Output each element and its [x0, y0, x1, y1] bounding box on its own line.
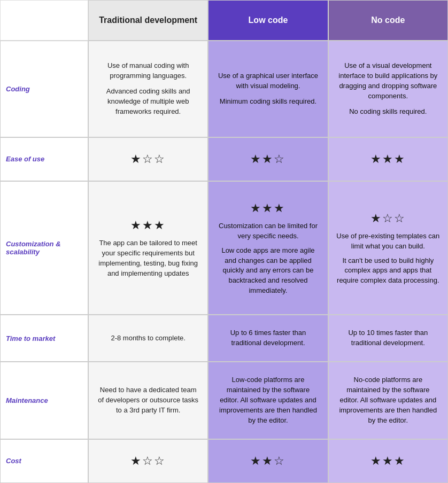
cell-coding-nocode: Use of a visual development interface to…: [328, 41, 448, 137]
cell-custom-nocode: ★☆☆ Use of pre-existing templates can li…: [328, 181, 448, 315]
row-label-coding: Coding: [0, 41, 88, 137]
custom-no-text2: It can't be used to build highly complex…: [336, 256, 440, 286]
stars-easeofuse-traditional: ★☆☆: [130, 151, 166, 168]
stars-custom-lowcode: ★★★: [250, 200, 285, 217]
maint-low-text: Low-code platforms are maintained by the…: [216, 375, 320, 425]
cell-maint-nocode: No-code platforms are maintained by the …: [328, 362, 448, 439]
header-nocode: No code: [328, 0, 448, 41]
comparison-table: Traditional development Low code No code…: [0, 0, 448, 483]
header-traditional: Traditional development: [88, 0, 208, 41]
cell-ttm-nocode: Up to 10 times faster than traditional d…: [328, 315, 448, 362]
maint-trad-text: Need to have a dedicated team of develop…: [96, 385, 200, 416]
stars-easeofuse-nocode: ★★★: [370, 151, 406, 168]
header-empty-cell: [0, 0, 88, 41]
header-traditional-label: Traditional development: [99, 15, 197, 25]
stars-custom-traditional: ★★★: [130, 217, 166, 234]
custom-low-text2: Low code apps are more agile and changes…: [216, 246, 320, 296]
coding-low-text1: Use of a graphical user interface with v…: [216, 71, 320, 91]
cell-cost-nocode: ★★★: [328, 439, 448, 483]
row-label-customization: Customization & scalability: [0, 181, 88, 315]
custom-trad-text: The app can be tailored to meet your spe…: [96, 238, 200, 278]
cell-maint-lowcode: Low-code platforms are maintained by the…: [208, 362, 328, 439]
cell-coding-traditional: Use of manual coding with programming la…: [88, 41, 208, 137]
cell-maint-traditional: Need to have a dedicated team of develop…: [88, 362, 208, 439]
cell-cost-lowcode: ★★☆: [208, 439, 328, 483]
row-label-cost: Cost: [0, 439, 88, 483]
row-label-easeofuse: Ease of use: [0, 137, 88, 181]
cell-easeofuse-lowcode: ★★☆: [208, 137, 328, 181]
stars-custom-nocode: ★☆☆: [370, 210, 406, 227]
cell-easeofuse-nocode: ★★★: [328, 137, 448, 181]
header-lowcode: Low code: [208, 0, 328, 41]
cell-easeofuse-traditional: ★☆☆: [88, 137, 208, 181]
ttm-no-text: Up to 10 times faster than traditional d…: [336, 328, 440, 348]
ttm-trad-text: 2-8 months to complete.: [111, 333, 185, 344]
cell-ttm-traditional: 2-8 months to complete.: [88, 315, 208, 362]
coding-no-text1: Use of a visual development interface to…: [336, 61, 440, 101]
row-label-timetomarket: Time to market: [0, 315, 88, 362]
stars-easeofuse-lowcode: ★★☆: [250, 151, 285, 168]
coding-trad-text1: Use of manual coding with programming la…: [96, 61, 200, 81]
row-label-maintenance: Maintenance: [0, 362, 88, 439]
ttm-low-text: Up to 6 times faster than traditional de…: [216, 328, 320, 348]
custom-no-text1: Use of pre-existing templates can limit …: [336, 231, 440, 252]
custom-low-text1: Customization can be limited for very sp…: [216, 221, 320, 242]
header-nocode-label: No code: [371, 15, 405, 25]
cell-custom-traditional: ★★★ The app can be tailored to meet your…: [88, 181, 208, 315]
coding-low-text2: Minimum coding skills required.: [220, 97, 316, 107]
coding-no-text2: No coding skills required.: [349, 107, 427, 117]
cell-custom-lowcode: ★★★ Customization can be limited for ver…: [208, 181, 328, 315]
header-lowcode-label: Low code: [249, 15, 288, 25]
stars-cost-traditional: ★☆☆: [130, 453, 166, 470]
maint-no-text: No-code platforms are maintained by the …: [336, 375, 440, 425]
stars-cost-nocode: ★★★: [370, 453, 406, 470]
stars-cost-lowcode: ★★☆: [250, 453, 285, 470]
cell-coding-lowcode: Use of a graphical user interface with v…: [208, 41, 328, 137]
cell-cost-traditional: ★☆☆: [88, 439, 208, 483]
cell-ttm-lowcode: Up to 6 times faster than traditional de…: [208, 315, 328, 362]
coding-trad-text2: Advanced coding skills and knowledge of …: [96, 87, 200, 117]
